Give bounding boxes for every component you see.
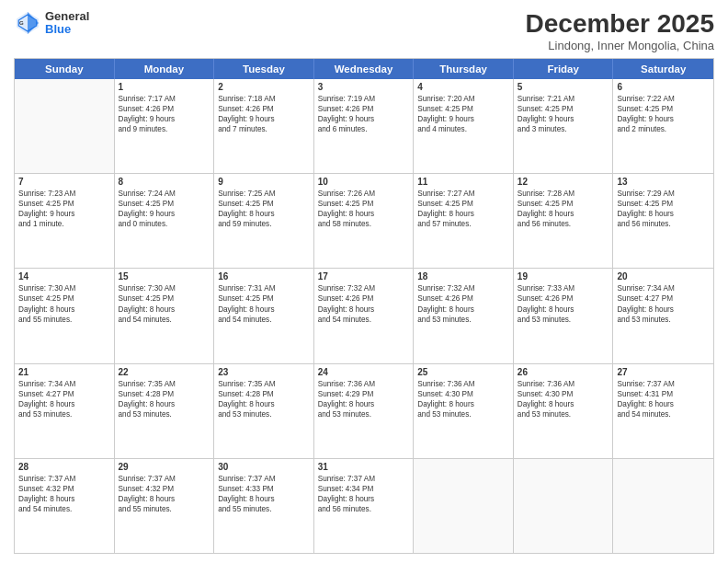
cell-line: and 1 minute. — [18, 219, 110, 229]
cal-cell: 22Sunrise: 7:35 AMSunset: 4:28 PMDayligh… — [115, 364, 215, 458]
cell-line: Daylight: 8 hours — [18, 494, 110, 504]
cell-line: Daylight: 9 hours — [119, 114, 210, 124]
day-number: 14 — [18, 271, 110, 282]
cal-cell: 4Sunrise: 7:20 AMSunset: 4:25 PMDaylight… — [414, 79, 514, 173]
cell-line: and 55 minutes. — [18, 315, 110, 325]
day-number: 2 — [218, 82, 310, 92]
cell-line: and 58 minutes. — [318, 219, 410, 229]
cell-line: and 3 minutes. — [518, 124, 609, 134]
weekday-header-monday: Monday — [115, 59, 215, 79]
cell-line: Daylight: 8 hours — [417, 304, 509, 315]
cell-line: Daylight: 8 hours — [119, 399, 210, 409]
logo-icon: G — [14, 9, 41, 37]
cell-line: Daylight: 8 hours — [518, 399, 609, 409]
cell-line: and 56 minutes. — [518, 219, 609, 229]
day-number: 17 — [318, 271, 410, 282]
day-number: 18 — [417, 271, 509, 282]
cell-line: Sunset: 4:26 PM — [318, 293, 410, 304]
cell-line: Sunset: 4:25 PM — [617, 199, 710, 209]
cell-line: and 0 minutes. — [119, 219, 210, 229]
cell-line: Daylight: 8 hours — [119, 304, 210, 315]
cell-line: and 57 minutes. — [417, 219, 509, 229]
cell-line: Sunrise: 7:22 AM — [617, 94, 710, 104]
cal-cell: 11Sunrise: 7:27 AMSunset: 4:25 PMDayligh… — [414, 174, 514, 268]
cal-cell: 20Sunrise: 7:34 AMSunset: 4:27 PMDayligh… — [613, 269, 713, 362]
cell-line: and 56 minutes. — [318, 504, 410, 514]
cell-line: Sunrise: 7:26 AM — [318, 189, 410, 199]
cell-line: Daylight: 8 hours — [417, 209, 509, 219]
cell-line: Sunset: 4:26 PM — [318, 104, 410, 114]
cell-line: Sunrise: 7:17 AM — [119, 94, 210, 104]
cell-line: and 6 minutes. — [318, 124, 410, 134]
cal-cell: 27Sunrise: 7:37 AMSunset: 4:31 PMDayligh… — [613, 364, 713, 458]
day-number: 7 — [18, 177, 110, 187]
cell-line: Daylight: 9 hours — [617, 114, 710, 124]
weekday-header-wednesday: Wednesday — [314, 59, 415, 79]
cal-row-2: 14Sunrise: 7:30 AMSunset: 4:25 PMDayligh… — [15, 269, 713, 363]
calendar-body: 1Sunrise: 7:17 AMSunset: 4:26 PMDaylight… — [15, 79, 713, 553]
cal-cell — [613, 459, 713, 553]
cell-line: and 4 minutes. — [417, 124, 509, 134]
cal-row-3: 21Sunrise: 7:34 AMSunset: 4:27 PMDayligh… — [15, 364, 713, 459]
day-number: 19 — [518, 271, 609, 282]
cell-line: Sunrise: 7:36 AM — [318, 379, 410, 389]
cell-line: Sunset: 4:25 PM — [218, 199, 310, 209]
cell-line: and 54 minutes. — [318, 315, 410, 325]
location: Lindong, Inner Mongolia, China — [526, 39, 714, 52]
cell-line: Daylight: 9 hours — [518, 114, 609, 124]
day-number: 3 — [318, 82, 410, 92]
cell-line: Sunrise: 7:37 AM — [218, 474, 310, 484]
cal-cell: 30Sunrise: 7:37 AMSunset: 4:33 PMDayligh… — [214, 459, 314, 553]
cal-cell — [514, 459, 614, 553]
cell-line: Daylight: 8 hours — [18, 304, 110, 315]
page: G General Blue December 2025 Lindong, In… — [0, 0, 728, 563]
cell-line: Sunrise: 7:37 AM — [119, 474, 210, 484]
cell-line: Daylight: 8 hours — [218, 209, 310, 219]
cal-cell: 26Sunrise: 7:36 AMSunset: 4:30 PMDayligh… — [514, 364, 614, 458]
cell-line: Sunrise: 7:29 AM — [617, 189, 710, 199]
cell-line: and 59 minutes. — [218, 219, 310, 229]
cell-line: Sunrise: 7:37 AM — [318, 474, 410, 484]
cell-line: and 2 minutes. — [617, 124, 710, 134]
cell-line: Sunrise: 7:35 AM — [119, 379, 210, 389]
cell-line: Sunrise: 7:30 AM — [119, 283, 210, 293]
cell-line: and 53 minutes. — [18, 409, 110, 419]
cell-line: Sunset: 4:28 PM — [119, 389, 210, 399]
weekday-header-tuesday: Tuesday — [214, 59, 314, 79]
logo-general-text: General — [45, 10, 89, 23]
cell-line: Daylight: 8 hours — [617, 209, 710, 219]
cell-line: and 9 minutes. — [119, 124, 210, 134]
cell-line: and 53 minutes. — [417, 409, 509, 419]
cell-line: Daylight: 8 hours — [119, 494, 210, 504]
cell-line: Sunset: 4:25 PM — [318, 199, 410, 209]
cell-line: Sunrise: 7:37 AM — [18, 474, 110, 484]
calendar: SundayMondayTuesdayWednesdayThursdayFrid… — [14, 58, 714, 554]
cal-cell: 17Sunrise: 7:32 AMSunset: 4:26 PMDayligh… — [314, 269, 415, 362]
day-number: 23 — [218, 367, 310, 377]
cell-line: Sunset: 4:32 PM — [119, 484, 210, 494]
cal-cell: 18Sunrise: 7:32 AMSunset: 4:26 PMDayligh… — [414, 269, 514, 362]
cell-line: Sunrise: 7:19 AM — [318, 94, 410, 104]
cal-cell: 3Sunrise: 7:19 AMSunset: 4:26 PMDaylight… — [314, 79, 415, 173]
weekday-header-saturday: Saturday — [613, 59, 713, 79]
cell-line: Daylight: 8 hours — [218, 304, 310, 315]
cell-line: Sunrise: 7:32 AM — [417, 283, 509, 293]
cell-line: Sunrise: 7:20 AM — [417, 94, 509, 104]
cell-line: and 54 minutes. — [119, 315, 210, 325]
day-number: 11 — [417, 177, 509, 187]
cell-line: Daylight: 8 hours — [218, 399, 310, 409]
cal-cell: 14Sunrise: 7:30 AMSunset: 4:25 PMDayligh… — [15, 269, 115, 362]
cal-cell: 12Sunrise: 7:28 AMSunset: 4:25 PMDayligh… — [514, 174, 614, 268]
cell-line: Daylight: 9 hours — [119, 209, 210, 219]
cell-line: Daylight: 9 hours — [218, 114, 310, 124]
cell-line: and 53 minutes. — [119, 409, 210, 419]
logo-text: General Blue — [45, 10, 89, 37]
day-number: 5 — [518, 82, 609, 92]
svg-text:G: G — [19, 20, 24, 26]
day-number: 15 — [119, 271, 210, 282]
cell-line: Sunrise: 7:37 AM — [617, 379, 710, 389]
day-number: 31 — [318, 462, 410, 472]
cell-line: Sunset: 4:29 PM — [318, 389, 410, 399]
cell-line: and 53 minutes. — [617, 315, 710, 325]
calendar-header: SundayMondayTuesdayWednesdayThursdayFrid… — [15, 59, 713, 79]
